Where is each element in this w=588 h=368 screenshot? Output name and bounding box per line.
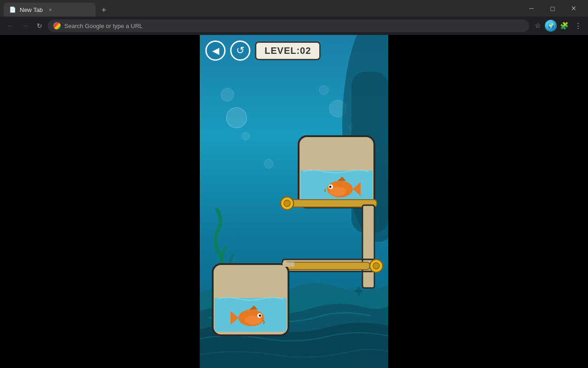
level-badge: LEVEL:02 <box>255 41 321 60</box>
back-nav-button[interactable]: ← <box>4 19 17 32</box>
svg-rect-39 <box>283 262 294 267</box>
bookmark-button[interactable]: ☆ <box>531 19 544 32</box>
game-svg-canvas: ✦ <box>200 35 388 368</box>
close-button[interactable]: ✕ <box>563 0 584 17</box>
tab-title: New Tab <box>20 6 43 13</box>
refresh-button[interactable]: ↻ <box>33 19 46 32</box>
active-tab: 📄 New Tab × <box>4 3 96 17</box>
profile-icon[interactable]: 🌍 <box>545 20 557 32</box>
google-logo-icon <box>53 22 61 29</box>
address-bar: ← → ↻ Search Google or type a URL ☆ 🌍 🧩 … <box>0 17 588 35</box>
svg-point-2 <box>242 132 249 140</box>
extensions-button[interactable]: 🧩 <box>558 19 571 32</box>
svg-point-18 <box>329 186 332 188</box>
restart-button[interactable]: ↺ <box>230 40 250 61</box>
browser-frame: 📄 New Tab × + ─ ◻ ✕ ← → ↻ Search Google … <box>0 0 588 368</box>
svg-point-0 <box>226 108 247 128</box>
svg-point-36 <box>259 315 261 317</box>
svg-rect-23 <box>362 205 374 288</box>
url-bar[interactable]: Search Google or type a URL <box>48 19 529 32</box>
content-area: ✦ <box>0 35 588 368</box>
svg-point-1 <box>221 88 234 101</box>
restore-button[interactable]: ◻ <box>542 0 563 17</box>
svg-point-4 <box>319 86 328 95</box>
svg-point-28 <box>373 263 379 269</box>
tab-favicon: 📄 <box>9 6 16 13</box>
tab-close-button[interactable]: × <box>46 6 54 13</box>
game-area: ✦ <box>200 35 388 368</box>
svg-rect-26 <box>285 262 370 270</box>
url-text: Search Google or type a URL <box>64 23 143 29</box>
right-black-panel <box>388 35 588 368</box>
restart-icon: ↺ <box>236 45 244 57</box>
svg-point-6 <box>264 159 273 168</box>
window-controls: ─ ◻ ✕ <box>521 0 584 17</box>
new-tab-button[interactable]: + <box>97 4 110 17</box>
toolbar-icons: ☆ 🌍 🧩 ⋮ <box>531 19 584 32</box>
back-icon: ◀ <box>212 45 219 56</box>
minimize-button[interactable]: ─ <box>521 0 542 17</box>
forward-nav-button[interactable]: → <box>18 19 31 32</box>
left-black-panel <box>0 35 200 368</box>
svg-point-22 <box>284 200 290 207</box>
menu-button[interactable]: ⋮ <box>571 19 584 32</box>
back-button[interactable]: ◀ <box>205 40 226 61</box>
level-text: LEVEL:02 <box>265 46 311 56</box>
tab-bar: 📄 New Tab × + ─ ◻ ✕ <box>0 0 588 17</box>
game-header: ◀ ↺ LEVEL:02 <box>205 40 321 61</box>
